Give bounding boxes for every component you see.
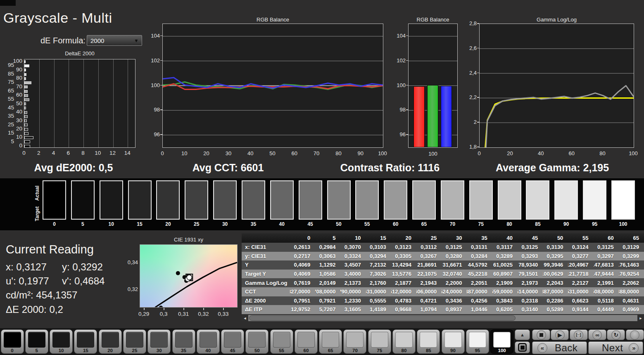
deltae-bar-15	[24, 132, 29, 135]
control-record-button[interactable]	[626, 329, 644, 340]
deltae-bar-5	[24, 140, 30, 143]
y-tickmark	[160, 85, 162, 86]
grayscale-swatch-strip: Actual Target 05101520253035404550556065…	[0, 178, 644, 230]
scroll-thumb[interactable]	[249, 315, 516, 321]
table-cell: 0,9668	[391, 305, 416, 314]
table-cell: 0,3305	[391, 252, 416, 261]
control-play-icon: ▶	[555, 330, 565, 340]
rgb-bar-green	[427, 85, 438, 147]
pattern-button-90[interactable]: 90	[442, 329, 465, 354]
swatch-level-label: 100	[609, 221, 637, 227]
deltae-gridline	[98, 59, 99, 147]
deltae-bar-45	[24, 106, 26, 109]
pattern-button-20[interactable]: 20	[99, 329, 122, 354]
pattern-patch	[469, 332, 486, 348]
pattern-button-35[interactable]: 35	[172, 329, 195, 354]
deltae-bar-70	[24, 85, 28, 88]
pattern-button-80[interactable]: 80	[392, 329, 416, 354]
table-cell: 0,4783	[391, 296, 416, 305]
deltae-bar-20	[24, 128, 28, 131]
cie-x-tickmark	[203, 308, 204, 310]
table-h-scrollbar[interactable]: ◄►	[242, 315, 644, 321]
de-formula-dropdown[interactable]: 2000 ▼	[87, 35, 142, 46]
table-header-15: 15	[366, 233, 391, 243]
rgb-line-chart-title: RGB Balance	[162, 17, 383, 23]
swatch-level-label: 40	[268, 221, 296, 227]
pattern-button-40[interactable]: 40	[197, 329, 220, 354]
table-row-label: x: CIE31	[242, 243, 290, 252]
table-row-4: Target Y0,40691,05863,40007,302613,57762…	[242, 270, 644, 279]
next-button[interactable]: Next»	[588, 341, 643, 354]
table-cell: 0,2717	[290, 252, 315, 261]
table-cell: 2,2000	[442, 278, 467, 287]
rgb-x-tick: 20	[200, 150, 213, 156]
deltae-bar-0	[24, 145, 30, 148]
control-single-measure-icon: [··]	[574, 330, 583, 340]
rgb-x-tick: 100	[376, 150, 389, 156]
pattern-button-25[interactable]: 25	[123, 329, 146, 354]
y-tickmark	[477, 48, 479, 49]
table-cell: 0,3125	[518, 243, 543, 252]
grayscale-swatch-15	[128, 180, 152, 220]
pattern-button-95[interactable]: 95	[466, 329, 489, 354]
pattern-button-0[interactable]: 0	[1, 329, 24, 354]
pattern-button-10[interactable]: 10	[50, 329, 73, 354]
scroll-left-arrow[interactable]: ◄	[242, 315, 248, 321]
control-continuous-icon: ∞	[592, 330, 602, 340]
control-continuous-button[interactable]: ∞	[588, 329, 606, 340]
pattern-level-label: 10	[50, 348, 72, 353]
control-refresh-button[interactable]: ↻	[607, 329, 625, 340]
swatch-level-label: 35	[239, 221, 268, 227]
pattern-button-30[interactable]: 30	[147, 329, 171, 354]
grayscale-swatch-100	[611, 180, 635, 220]
table-cell: 7708,0000	[315, 287, 340, 296]
pattern-button-85[interactable]: 85	[417, 329, 440, 354]
rgb-x-tick: 70	[310, 150, 323, 156]
grayscale-swatch-5	[71, 180, 95, 220]
next-chevrons-icon: »	[629, 343, 639, 353]
table-cell: 1,4189	[366, 305, 391, 314]
rgb-x-tick: 30	[222, 150, 235, 156]
swatch-level-label: 25	[182, 221, 211, 227]
control-play-button[interactable]: ▶	[551, 329, 569, 340]
control-single-measure-button[interactable]: [··]	[570, 329, 588, 340]
patterns-scroll-up-button[interactable]: ▲	[515, 329, 530, 340]
table-cell: 6514,0000	[518, 287, 543, 296]
deltae-bar-65	[24, 90, 28, 93]
table-cell: 176,9254	[619, 270, 644, 279]
pattern-button-45[interactable]: 45	[221, 329, 244, 354]
pattern-patch	[224, 332, 241, 348]
pattern-button-100[interactable]: 100	[490, 329, 513, 354]
table-header-25: 25	[416, 233, 442, 243]
swatch-level-label: 45	[296, 221, 325, 227]
table-header-row: 05101520253035404550556065	[242, 233, 644, 243]
stat-contrast-ratio: Contrast Ratio: 1116	[328, 162, 452, 174]
pattern-button-55[interactable]: 55	[270, 329, 293, 354]
pattern-button-60[interactable]: 60	[295, 329, 318, 354]
scroll-right-arrow[interactable]: ►	[637, 315, 644, 321]
table-cell: 0,6205	[492, 305, 518, 314]
table-cell: 3,4507	[340, 260, 366, 270]
pattern-button-70[interactable]: 70	[343, 329, 366, 354]
grayscale-swatch-80	[498, 180, 521, 220]
y-tick: 2,6	[464, 45, 477, 51]
y-tickmark	[406, 109, 408, 110]
back-button[interactable]: «Back	[532, 341, 587, 354]
pattern-button-15[interactable]: 15	[74, 329, 97, 354]
table-cell: 0,3063	[315, 252, 340, 261]
grayscale-swatch-0	[43, 180, 66, 220]
calman-grayscale-page: Grayscale - Multi dE Formula: 2000 ▼ Del…	[0, 0, 644, 355]
control-stop-button[interactable]	[532, 329, 550, 340]
pattern-button-75[interactable]: 75	[368, 329, 391, 354]
pattern-button-65[interactable]: 65	[319, 329, 342, 354]
table-row-3: Y0,40691,12923,45077,213213,429421,86913…	[242, 260, 644, 270]
deltae-bar-95	[24, 64, 29, 67]
swatch-level-label: 65	[410, 221, 438, 227]
pattern-button-5[interactable]: 5	[25, 329, 48, 354]
table-cell: 0,2613	[290, 243, 315, 252]
cie-x-tickmark	[183, 308, 184, 310]
deltae-bar-60	[24, 94, 28, 97]
pattern-button-50[interactable]: 50	[245, 329, 269, 354]
pattern-patch	[322, 332, 339, 348]
pattern-window-button[interactable]	[515, 341, 530, 353]
